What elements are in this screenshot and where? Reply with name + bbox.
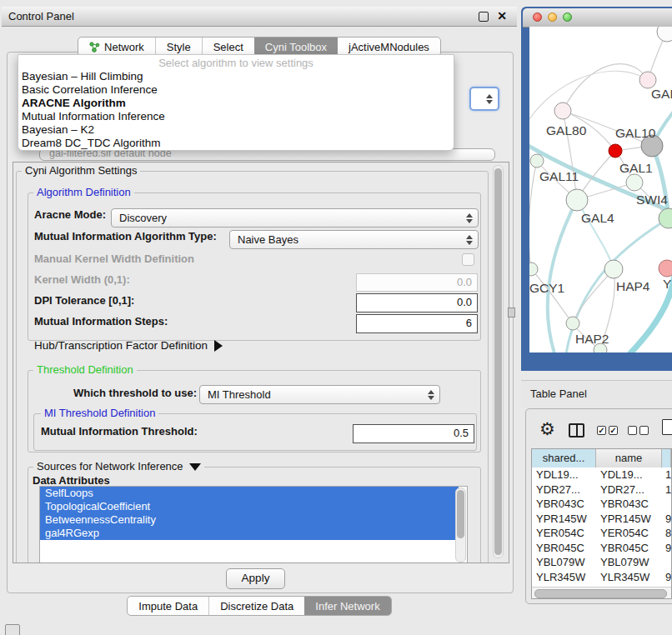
table-row[interactable]: YDR27...YDR27...12 [532,482,671,498]
table-horizontal-scrollbar[interactable] [532,587,671,598]
node-gal80[interactable] [554,102,571,119]
table-row[interactable]: YER054CYER054C8. [532,526,671,541]
network-icon [89,42,100,52]
inference-combo-fragment[interactable] [469,87,499,111]
tab-discretize-data[interactable]: Discretize Data [208,597,304,615]
node-selected-red[interactable] [609,144,622,158]
node-label: GAL11 [539,169,579,183]
tab-cyni-toolbox[interactable]: Cyni Toolbox [254,38,338,56]
settings-scrollbar[interactable] [493,165,504,558]
spinner-arrows-icon [466,213,474,223]
panel-divider-handle[interactable] [508,308,515,318]
zoom-traffic-light-icon[interactable] [563,12,572,22]
settings-scrollbar-thumb[interactable] [494,168,502,555]
checkbox-checked-icon[interactable]: ✓ [609,426,618,435]
threshold-definition-title: Threshold Definition [33,364,137,376]
attribute-list-item[interactable]: gal4RGexp [40,527,459,540]
table-row[interactable]: YBR043CYBR043C [532,497,671,512]
float-window-icon[interactable] [479,12,489,22]
node-unlabeled-top[interactable] [657,27,672,42]
table-cell: YBR045C [536,541,584,556]
network-edge[interactable] [563,64,648,111]
algorithm-option[interactable]: Bayesian – Hill Climbing [18,70,454,83]
table-row[interactable]: YBL079WYBL079W [532,555,671,570]
tab-jactivemnodules[interactable]: jActiveMNodules [338,38,440,56]
node-gcy1[interactable] [529,262,538,276]
table-row[interactable]: YLR345WYLR345W9. [532,570,671,585]
table-cell: YDR27... [536,482,580,498]
document-icon[interactable] [662,419,672,435]
attributes-scrollbar[interactable] [455,488,466,562]
table-hscrollbar-thumb[interactable] [534,589,667,598]
table-cell: YER054C [536,526,584,541]
attribute-list-item[interactable]: BetweennessCentrality [40,513,459,527]
kernel-width-label: Kernel Width (0,1): [34,272,130,288]
algorithm-option[interactable]: Bayesian – K2 [18,123,454,137]
split-view-icon[interactable] [569,423,584,438]
bottom-tabstrip: Impute Data Discretize Data Infer Networ… [2,596,517,616]
column-header-name[interactable]: name [596,449,662,468]
close-icon[interactable]: ✕ [497,9,507,22]
attributes-scrollbar-thumb[interactable] [457,490,464,538]
table-cell: 8. [665,526,671,541]
hub-definition-expander[interactable]: Hub/Transcription Factor Definition [34,339,223,352]
node-y-cut[interactable] [659,260,672,277]
checkbox-unchecked-icon[interactable] [639,426,649,435]
checkbox-checked-icon[interactable]: ✓ [597,426,606,435]
node-gal11[interactable] [530,154,544,168]
close-traffic-light-icon[interactable] [533,12,542,22]
node-hap2[interactable] [566,317,579,330]
algorithm-option[interactable]: Mutual Information Inference [18,110,454,123]
node-gal1[interactable] [626,174,643,191]
mi-steps-field[interactable]: 6 [356,314,478,333]
aracne-mode-select[interactable]: Discovery [111,208,479,228]
minimize-traffic-light-icon[interactable] [548,12,557,22]
node-swi4[interactable] [659,208,672,228]
algorithm-option[interactable]: Dream8 DC_TDC Algorithm [18,137,454,150]
attribute-list-item[interactable]: TopologicalCoefficient [40,500,459,513]
mi-algorithm-type-label: Mutual Information Algorithm Type: [34,228,217,245]
tab-impute-data[interactable]: Impute Data [128,597,208,615]
algorithm-option[interactable]: Basic Correlation Inference [18,83,454,97]
attribute-list-item[interactable]: SelfLoops [40,487,459,500]
network-canvas[interactable]: GALGAL80GAL10GAL1GAL11GAL4SWI4GCY1HAP4YH… [529,27,672,352]
node-label: HAP4 [616,279,650,293]
node-gal4[interactable] [566,189,588,211]
algorithm-option[interactable]: ARACNE Algorithm [18,97,454,110]
mi-threshold-field[interactable]: 0.5 [353,424,474,443]
collapsed-panel-icon[interactable] [5,624,20,635]
sources-group-title[interactable]: Sources for Network Inference [33,461,204,472]
table-row[interactable]: YDL19...YDL19...13 [532,468,671,482]
gear-icon[interactable]: ⚙ [539,420,555,438]
table-row[interactable]: YPR145WYPR145W9. [532,512,671,527]
network-edge[interactable] [531,269,573,323]
column-header-cut[interactable] [662,449,671,468]
network-edge[interactable] [573,269,614,323]
apply-button[interactable]: Apply [226,568,285,589]
manual-kernel-width-checkbox[interactable] [462,253,474,266]
table-cell: YPR145W [600,512,651,527]
network-view-titlebar[interactable] [523,8,672,28]
column-header-shared-name[interactable]: shared... [532,449,596,468]
table-row[interactable]: YBR045CYBR045C9. [532,541,671,556]
control-panel-titlebar: Control Panel ✕ [2,7,517,27]
kernel-width-field[interactable]: 0.0 [356,273,478,292]
tab-infer-network[interactable]: Infer Network [304,597,390,615]
node-label: GAL4 [581,211,614,225]
mi-steps-label: Mutual Information Steps: [34,313,168,330]
data-attributes-list[interactable]: SelfLoopsTopologicalCoefficientBetweenne… [39,486,468,563]
checkbox-unchecked-icon[interactable] [628,426,637,435]
node-gal-cut[interactable] [639,72,656,88]
tab-network-label: Network [104,41,144,53]
dpi-tolerance-field[interactable]: 0.0 [356,293,478,312]
node-label: GAL [651,87,672,101]
network-edge[interactable] [529,161,537,269]
network-edge[interactable] [529,71,648,127]
which-threshold-select[interactable]: MI Threshold [199,385,440,404]
tab-network[interactable]: Network [78,38,155,56]
table-cell: YBR043C [600,497,649,512]
mi-algorithm-type-select[interactable]: Naive Bayes [229,230,479,249]
tab-style[interactable]: Style [155,38,202,56]
tab-select[interactable]: Select [202,38,254,56]
node-hap4[interactable] [604,260,623,278]
